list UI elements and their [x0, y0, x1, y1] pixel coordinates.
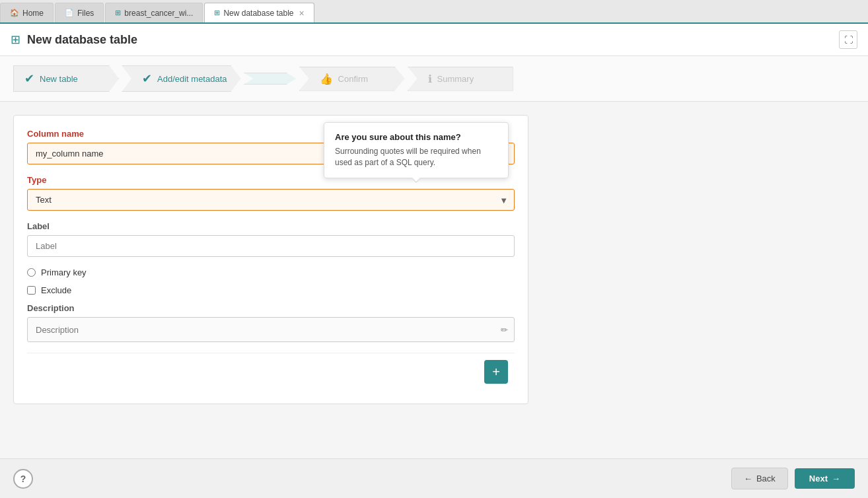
type-group: Type Text Integer Float Boolean Date ▼: [27, 175, 515, 211]
next-button[interactable]: Next →: [795, 468, 855, 489]
main-area: ⊞ New database table ⛶ ✔ New table ✔ Add…: [0, 24, 868, 498]
tab-home-label: Home: [22, 9, 44, 18]
wizard-step-metadata[interactable]: ✔ Add/edit metadata: [122, 65, 241, 92]
footer-actions: ← Back Next →: [731, 468, 855, 489]
type-select[interactable]: Text Integer Float Boolean Date: [27, 189, 515, 211]
page-title: New database table: [27, 33, 137, 47]
help-icon: ?: [20, 474, 26, 484]
description-label: Description: [27, 303, 515, 313]
page-title-row: ⊞ New database table: [11, 32, 137, 47]
tooltip-body: Surrounding quotes will be required when…: [335, 146, 497, 168]
label-group: Label: [27, 221, 515, 257]
add-column-button[interactable]: +: [484, 360, 508, 384]
tooltip-popup: Are you sure about this name? Surroundin…: [324, 122, 509, 178]
step2-check-icon: ✔: [142, 71, 152, 86]
description-wrapper: ✏: [27, 317, 515, 342]
table-icon-3: ⊞: [214, 9, 220, 17]
primary-key-label: Primary key: [41, 267, 87, 277]
footer: ? ← Back Next →: [0, 458, 868, 498]
back-arrow-icon: ←: [744, 474, 752, 483]
wizard-step-confirm[interactable]: 👍 Confirm: [299, 67, 405, 91]
page-header: ⊞ New database table ⛶: [0, 24, 868, 56]
tab-breast-cancer[interactable]: ⊞ breast_cancer_wi...: [105, 3, 203, 22]
primary-key-row: Primary key: [27, 267, 515, 277]
tooltip-arrow-inner: [412, 177, 421, 182]
next-arrow-icon: →: [832, 474, 840, 483]
next-label: Next: [809, 474, 828, 483]
wizard-step-new-table[interactable]: ✔ New table: [13, 65, 119, 92]
label-field-label: Label: [27, 221, 515, 231]
exclude-checkbox[interactable]: [27, 286, 36, 295]
step5-icon: ℹ: [428, 73, 432, 85]
back-label: Back: [756, 474, 776, 483]
files-icon: 📄: [65, 9, 74, 17]
type-select-wrapper: Text Integer Float Boolean Date ▼: [27, 189, 515, 211]
exclude-row: Exclude: [27, 285, 515, 295]
step2-label: Add/edit metadata: [157, 74, 227, 84]
tooltip-title: Are you sure about this name?: [335, 132, 497, 142]
tab-new-db-table[interactable]: ⊞ New database table ×: [204, 3, 314, 22]
step1-check-icon: ✔: [24, 71, 34, 86]
expand-button[interactable]: ⛶: [839, 30, 857, 49]
add-btn-row: +: [27, 353, 515, 390]
tab-files[interactable]: 📄 Files: [55, 3, 104, 22]
exclude-label: Exclude: [41, 285, 71, 295]
tab-home[interactable]: 🏠 Home: [0, 3, 54, 22]
tab-files-label: Files: [77, 9, 94, 18]
step5-label: Summary: [437, 74, 474, 84]
description-input[interactable]: [27, 317, 515, 342]
help-button[interactable]: ?: [13, 469, 33, 489]
back-button[interactable]: ← Back: [731, 468, 788, 489]
wizard-step-summary[interactable]: ℹ Summary: [408, 67, 513, 91]
expand-icon: ⛶: [844, 35, 853, 45]
tab-breast-cancer-label: breast_cancer_wi...: [124, 9, 193, 18]
wizard-step-3[interactable]: [244, 73, 297, 85]
table-icon-2: ⊞: [115, 9, 121, 17]
tab-bar: 🏠 Home 📄 Files ⊞ breast_cancer_wi... ⊞ N…: [0, 0, 868, 24]
label-input[interactable]: [27, 235, 515, 257]
tab-close-icon[interactable]: ×: [299, 8, 305, 18]
description-group: Description ✏: [27, 303, 515, 342]
tab-new-db-label: New database table: [223, 9, 293, 18]
edit-pencil-icon: ✏: [501, 325, 508, 335]
step1-label: New table: [40, 74, 78, 84]
step4-icon: 👍: [320, 73, 333, 85]
page-title-icon: ⊞: [11, 32, 20, 47]
wizard-steps: ✔ New table ✔ Add/edit metadata 👍 Confir…: [0, 56, 868, 102]
home-icon: 🏠: [10, 9, 19, 17]
step4-label: Confirm: [338, 74, 369, 84]
primary-key-radio[interactable]: [27, 268, 36, 277]
